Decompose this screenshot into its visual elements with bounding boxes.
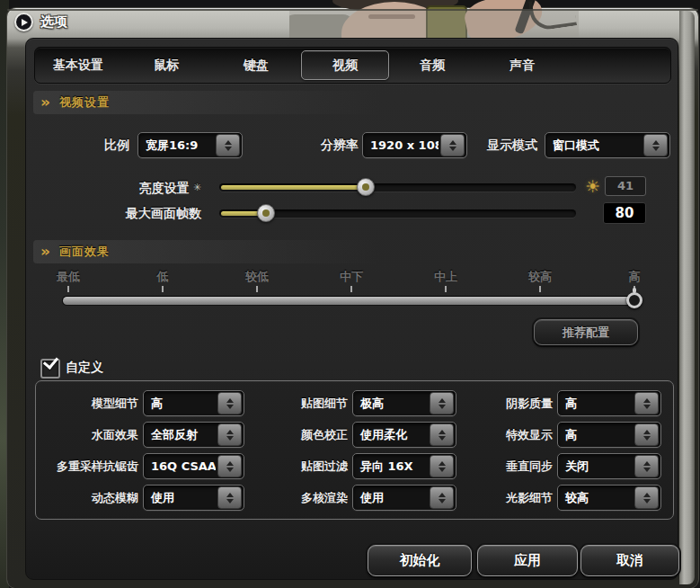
tab-bar: 基本设置 鼠标 键盘 视频 音频 声音	[34, 47, 671, 84]
quality-label-midlow: 中下	[323, 269, 380, 285]
antialiasing-label: 多重采样抗锯齿	[38, 453, 138, 479]
section-effects: » 画面效果	[33, 240, 411, 263]
model-detail-dropdown[interactable]: 高	[143, 390, 244, 416]
brightness-slider[interactable]	[219, 178, 576, 196]
apply-button[interactable]: 应用	[477, 545, 578, 576]
spinner-icon[interactable]	[216, 134, 240, 156]
texture-filter-dropdown[interactable]: 异向 16X	[352, 453, 456, 479]
shadow-quality-value: 高	[558, 396, 633, 412]
spinner-icon[interactable]	[430, 392, 454, 414]
quality-tick	[162, 286, 164, 292]
sun-icon: ☀	[585, 177, 600, 195]
effect-display-label: 特效显示	[451, 422, 553, 448]
window-frame-topline	[7, 9, 698, 11]
chevrons-icon: »	[40, 95, 50, 109]
quality-label-low: 低	[134, 269, 191, 285]
spinner-icon[interactable]	[217, 455, 242, 477]
asterisk-icon: ✳	[193, 182, 201, 193]
cancel-button[interactable]: 取消	[580, 545, 679, 576]
aspect-label: 比例	[53, 132, 129, 158]
multicore-render-dropdown[interactable]: 使用	[352, 485, 456, 511]
max-fps-knob[interactable]	[257, 204, 275, 222]
texture-detail-dropdown[interactable]: 极高	[352, 390, 456, 416]
tab-mouse[interactable]: 鼠标	[123, 48, 209, 83]
antialiasing-value: 16Q CSAA	[144, 459, 216, 473]
section-title: 画面效果	[59, 244, 110, 260]
spinner-icon[interactable]	[217, 423, 242, 446]
checkmark-icon	[43, 353, 58, 370]
quality-slider-fill	[63, 297, 641, 305]
tab-audio[interactable]: 音频	[389, 48, 475, 83]
spinner-icon[interactable]	[217, 486, 242, 509]
spinner-icon[interactable]	[430, 423, 454, 446]
shadow-quality-label: 阴影质量	[451, 390, 553, 416]
spinner-icon[interactable]	[634, 392, 659, 414]
window-frame-right-edge	[679, 11, 695, 584]
max-fps-label: 最大画面帧数	[53, 200, 201, 227]
quality-tick	[67, 286, 69, 292]
lighting-detail-label: 光影细节	[451, 485, 553, 511]
spinner-icon[interactable]	[634, 455, 659, 477]
quality-tick	[256, 286, 258, 292]
max-fps-slider[interactable]	[219, 204, 576, 222]
brightness-knob[interactable]	[357, 178, 375, 196]
custom-checkbox[interactable]	[40, 359, 60, 379]
tab-video[interactable]: 视频	[301, 50, 389, 80]
vsync-label: 垂直同步	[451, 453, 553, 479]
quality-slider-track[interactable]	[62, 296, 642, 306]
texture-detail-value: 极高	[353, 396, 428, 412]
multicore-render-label: 多核渲染	[247, 485, 348, 511]
lighting-detail-dropdown[interactable]: 较高	[557, 485, 661, 511]
quality-label-midhigh: 中上	[417, 269, 474, 285]
aspect-value: 宽屏16:9	[138, 138, 214, 154]
model-detail-label: 模型细节	[38, 390, 138, 416]
spinner-icon[interactable]	[440, 134, 465, 156]
custom-settings-group: 模型细节 高 贴图细节 极高 阴影质量 高 水面效果 全部反射 颜色校正 使用柔…	[35, 380, 674, 520]
play-icon	[14, 13, 33, 31]
tab-sound[interactable]: 声音	[479, 48, 565, 83]
resolution-dropdown[interactable]: 1920 x 1080	[362, 132, 467, 158]
quality-label-higher: 较高	[511, 269, 569, 285]
brightness-value-box: 41	[605, 176, 646, 196]
display-mode-dropdown[interactable]: 窗口模式	[545, 132, 670, 158]
recommend-config-button[interactable]: 推荐配置	[534, 319, 638, 345]
water-effect-dropdown[interactable]: 全部反射	[143, 422, 244, 448]
spinner-icon[interactable]	[217, 392, 242, 414]
color-correction-dropdown[interactable]: 使用柔化	[352, 422, 456, 448]
multicore-render-value: 使用	[353, 490, 428, 506]
spinner-icon[interactable]	[430, 486, 454, 509]
quality-label-high: 高	[606, 269, 663, 285]
max-fps-value-box[interactable]: 80	[603, 202, 646, 224]
quality-slider-knob[interactable]	[626, 292, 642, 308]
effect-display-value: 高	[558, 427, 633, 443]
scene-titlebar-tint	[289, 11, 579, 41]
color-correction-label: 颜色校正	[247, 422, 348, 448]
motion-blur-label: 动态模糊	[38, 485, 138, 511]
water-effect-label: 水面效果	[38, 422, 138, 448]
tab-basic-settings[interactable]: 基本设置	[35, 48, 121, 83]
display-mode-label: 显示模式	[480, 132, 537, 158]
window-title: 选项	[40, 13, 67, 31]
vsync-dropdown[interactable]: 关闭	[557, 453, 661, 479]
section-video-settings: » 视频设置	[33, 91, 411, 114]
texture-detail-label: 贴图细节	[247, 390, 348, 416]
shadow-quality-dropdown[interactable]: 高	[557, 390, 661, 416]
resolution-value: 1920 x 1080	[363, 138, 439, 152]
chevrons-icon: »	[40, 245, 50, 258]
motion-blur-dropdown[interactable]: 使用	[143, 485, 244, 511]
antialiasing-dropdown[interactable]: 16Q CSAA	[143, 453, 244, 479]
lighting-detail-value: 较高	[558, 490, 633, 506]
spinner-icon[interactable]	[643, 134, 668, 156]
texture-filter-value: 异向 16X	[353, 459, 428, 475]
aspect-dropdown[interactable]: 宽屏16:9	[137, 132, 243, 158]
section-title: 视频设置	[59, 94, 110, 111]
vsync-value: 关闭	[558, 459, 633, 475]
spinner-icon[interactable]	[634, 423, 659, 446]
quality-label-lowest: 最低	[40, 269, 97, 285]
tab-keyboard[interactable]: 键盘	[213, 48, 299, 83]
spinner-icon[interactable]	[430, 455, 454, 477]
quality-tick	[539, 286, 541, 292]
initialize-button[interactable]: 初始化	[368, 545, 472, 576]
spinner-icon[interactable]	[634, 486, 659, 509]
effect-display-dropdown[interactable]: 高	[557, 422, 661, 448]
